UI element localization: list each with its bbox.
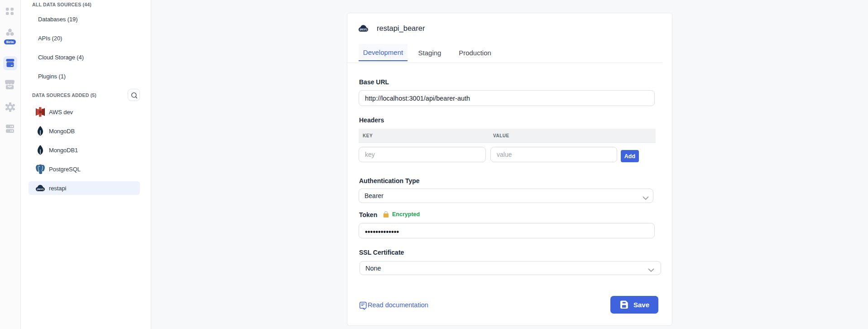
svg-text:{REST}: {REST} [360, 29, 367, 31]
svg-text:{REST}: {REST} [37, 188, 43, 190]
